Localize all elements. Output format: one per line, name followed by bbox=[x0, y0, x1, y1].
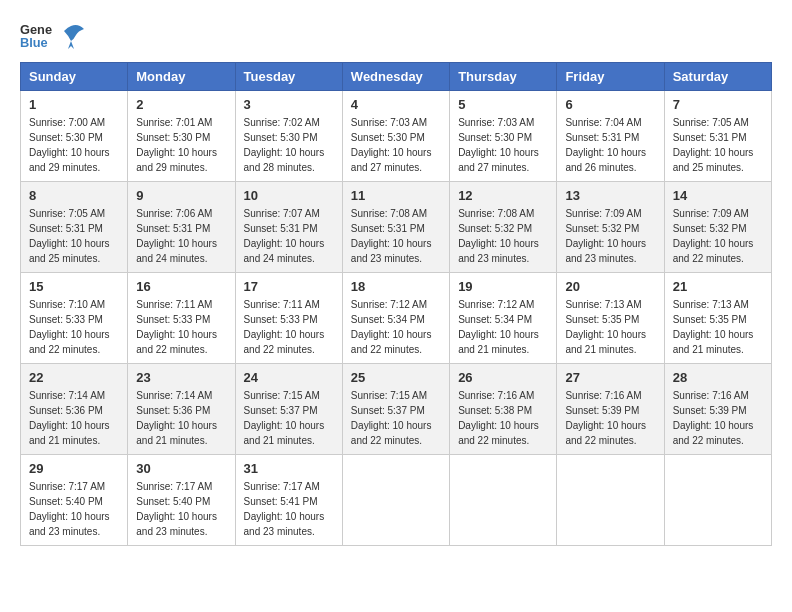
calendar-week-row: 15 Sunrise: 7:10 AM Sunset: 5:33 PM Dayl… bbox=[21, 273, 772, 364]
calendar-day-cell: 11 Sunrise: 7:08 AM Sunset: 5:31 PM Dayl… bbox=[342, 182, 449, 273]
logo-bird-icon bbox=[56, 21, 86, 51]
weekday-header-row: Sunday Monday Tuesday Wednesday Thursday… bbox=[21, 63, 772, 91]
page-header: General Blue bbox=[20, 20, 772, 52]
day-info: Sunrise: 7:00 AM Sunset: 5:30 PM Dayligh… bbox=[29, 115, 119, 175]
day-info: Sunrise: 7:08 AM Sunset: 5:31 PM Dayligh… bbox=[351, 206, 441, 266]
calendar-day-cell: 27 Sunrise: 7:16 AM Sunset: 5:39 PM Dayl… bbox=[557, 364, 664, 455]
day-info: Sunrise: 7:07 AM Sunset: 5:31 PM Dayligh… bbox=[244, 206, 334, 266]
day-number: 7 bbox=[673, 97, 763, 112]
logo-icon: General Blue bbox=[20, 20, 52, 52]
day-info: Sunrise: 7:08 AM Sunset: 5:32 PM Dayligh… bbox=[458, 206, 548, 266]
day-number: 22 bbox=[29, 370, 119, 385]
day-number: 17 bbox=[244, 279, 334, 294]
day-number: 19 bbox=[458, 279, 548, 294]
day-number: 12 bbox=[458, 188, 548, 203]
day-number: 25 bbox=[351, 370, 441, 385]
day-info: Sunrise: 7:15 AM Sunset: 5:37 PM Dayligh… bbox=[351, 388, 441, 448]
day-number: 4 bbox=[351, 97, 441, 112]
day-number: 21 bbox=[673, 279, 763, 294]
day-info: Sunrise: 7:06 AM Sunset: 5:31 PM Dayligh… bbox=[136, 206, 226, 266]
calendar-day-cell: 10 Sunrise: 7:07 AM Sunset: 5:31 PM Dayl… bbox=[235, 182, 342, 273]
day-info: Sunrise: 7:17 AM Sunset: 5:40 PM Dayligh… bbox=[136, 479, 226, 539]
day-info: Sunrise: 7:15 AM Sunset: 5:37 PM Dayligh… bbox=[244, 388, 334, 448]
calendar-day-cell: 17 Sunrise: 7:11 AM Sunset: 5:33 PM Dayl… bbox=[235, 273, 342, 364]
day-number: 30 bbox=[136, 461, 226, 476]
calendar-day-cell: 31 Sunrise: 7:17 AM Sunset: 5:41 PM Dayl… bbox=[235, 455, 342, 546]
calendar-day-cell: 16 Sunrise: 7:11 AM Sunset: 5:33 PM Dayl… bbox=[128, 273, 235, 364]
calendar-day-cell: 15 Sunrise: 7:10 AM Sunset: 5:33 PM Dayl… bbox=[21, 273, 128, 364]
day-number: 5 bbox=[458, 97, 548, 112]
calendar-day-cell: 23 Sunrise: 7:14 AM Sunset: 5:36 PM Dayl… bbox=[128, 364, 235, 455]
day-number: 9 bbox=[136, 188, 226, 203]
logo: General Blue bbox=[20, 20, 86, 52]
day-info: Sunrise: 7:17 AM Sunset: 5:41 PM Dayligh… bbox=[244, 479, 334, 539]
day-info: Sunrise: 7:13 AM Sunset: 5:35 PM Dayligh… bbox=[565, 297, 655, 357]
calendar-day-cell bbox=[557, 455, 664, 546]
day-number: 18 bbox=[351, 279, 441, 294]
day-number: 27 bbox=[565, 370, 655, 385]
calendar-day-cell: 1 Sunrise: 7:00 AM Sunset: 5:30 PM Dayli… bbox=[21, 91, 128, 182]
day-info: Sunrise: 7:11 AM Sunset: 5:33 PM Dayligh… bbox=[136, 297, 226, 357]
day-info: Sunrise: 7:05 AM Sunset: 5:31 PM Dayligh… bbox=[29, 206, 119, 266]
calendar-day-cell: 14 Sunrise: 7:09 AM Sunset: 5:32 PM Dayl… bbox=[664, 182, 771, 273]
day-info: Sunrise: 7:14 AM Sunset: 5:36 PM Dayligh… bbox=[136, 388, 226, 448]
day-info: Sunrise: 7:04 AM Sunset: 5:31 PM Dayligh… bbox=[565, 115, 655, 175]
calendar-day-cell: 30 Sunrise: 7:17 AM Sunset: 5:40 PM Dayl… bbox=[128, 455, 235, 546]
day-info: Sunrise: 7:09 AM Sunset: 5:32 PM Dayligh… bbox=[673, 206, 763, 266]
svg-text:Blue: Blue bbox=[20, 35, 48, 50]
day-info: Sunrise: 7:13 AM Sunset: 5:35 PM Dayligh… bbox=[673, 297, 763, 357]
day-number: 31 bbox=[244, 461, 334, 476]
day-number: 3 bbox=[244, 97, 334, 112]
calendar-day-cell: 9 Sunrise: 7:06 AM Sunset: 5:31 PM Dayli… bbox=[128, 182, 235, 273]
day-number: 11 bbox=[351, 188, 441, 203]
day-number: 16 bbox=[136, 279, 226, 294]
day-number: 8 bbox=[29, 188, 119, 203]
calendar-week-row: 1 Sunrise: 7:00 AM Sunset: 5:30 PM Dayli… bbox=[21, 91, 772, 182]
calendar-day-cell: 19 Sunrise: 7:12 AM Sunset: 5:34 PM Dayl… bbox=[450, 273, 557, 364]
calendar-day-cell: 29 Sunrise: 7:17 AM Sunset: 5:40 PM Dayl… bbox=[21, 455, 128, 546]
calendar-day-cell bbox=[450, 455, 557, 546]
day-info: Sunrise: 7:09 AM Sunset: 5:32 PM Dayligh… bbox=[565, 206, 655, 266]
day-info: Sunrise: 7:03 AM Sunset: 5:30 PM Dayligh… bbox=[351, 115, 441, 175]
day-info: Sunrise: 7:02 AM Sunset: 5:30 PM Dayligh… bbox=[244, 115, 334, 175]
day-number: 26 bbox=[458, 370, 548, 385]
day-number: 13 bbox=[565, 188, 655, 203]
calendar-table: Sunday Monday Tuesday Wednesday Thursday… bbox=[20, 62, 772, 546]
day-number: 23 bbox=[136, 370, 226, 385]
header-thursday: Thursday bbox=[450, 63, 557, 91]
calendar-day-cell: 5 Sunrise: 7:03 AM Sunset: 5:30 PM Dayli… bbox=[450, 91, 557, 182]
calendar-day-cell: 13 Sunrise: 7:09 AM Sunset: 5:32 PM Dayl… bbox=[557, 182, 664, 273]
calendar-day-cell: 18 Sunrise: 7:12 AM Sunset: 5:34 PM Dayl… bbox=[342, 273, 449, 364]
day-number: 29 bbox=[29, 461, 119, 476]
day-number: 15 bbox=[29, 279, 119, 294]
calendar-day-cell bbox=[342, 455, 449, 546]
day-info: Sunrise: 7:16 AM Sunset: 5:39 PM Dayligh… bbox=[565, 388, 655, 448]
calendar-day-cell: 8 Sunrise: 7:05 AM Sunset: 5:31 PM Dayli… bbox=[21, 182, 128, 273]
calendar-day-cell: 28 Sunrise: 7:16 AM Sunset: 5:39 PM Dayl… bbox=[664, 364, 771, 455]
day-info: Sunrise: 7:11 AM Sunset: 5:33 PM Dayligh… bbox=[244, 297, 334, 357]
calendar-day-cell: 25 Sunrise: 7:15 AM Sunset: 5:37 PM Dayl… bbox=[342, 364, 449, 455]
day-info: Sunrise: 7:05 AM Sunset: 5:31 PM Dayligh… bbox=[673, 115, 763, 175]
calendar-day-cell: 2 Sunrise: 7:01 AM Sunset: 5:30 PM Dayli… bbox=[128, 91, 235, 182]
calendar-week-row: 22 Sunrise: 7:14 AM Sunset: 5:36 PM Dayl… bbox=[21, 364, 772, 455]
day-info: Sunrise: 7:01 AM Sunset: 5:30 PM Dayligh… bbox=[136, 115, 226, 175]
day-number: 1 bbox=[29, 97, 119, 112]
header-friday: Friday bbox=[557, 63, 664, 91]
calendar-day-cell: 24 Sunrise: 7:15 AM Sunset: 5:37 PM Dayl… bbox=[235, 364, 342, 455]
calendar-day-cell: 6 Sunrise: 7:04 AM Sunset: 5:31 PM Dayli… bbox=[557, 91, 664, 182]
header-tuesday: Tuesday bbox=[235, 63, 342, 91]
calendar-day-cell: 7 Sunrise: 7:05 AM Sunset: 5:31 PM Dayli… bbox=[664, 91, 771, 182]
header-sunday: Sunday bbox=[21, 63, 128, 91]
day-number: 2 bbox=[136, 97, 226, 112]
calendar-week-row: 29 Sunrise: 7:17 AM Sunset: 5:40 PM Dayl… bbox=[21, 455, 772, 546]
day-info: Sunrise: 7:12 AM Sunset: 5:34 PM Dayligh… bbox=[351, 297, 441, 357]
day-info: Sunrise: 7:14 AM Sunset: 5:36 PM Dayligh… bbox=[29, 388, 119, 448]
day-number: 10 bbox=[244, 188, 334, 203]
day-number: 24 bbox=[244, 370, 334, 385]
day-info: Sunrise: 7:03 AM Sunset: 5:30 PM Dayligh… bbox=[458, 115, 548, 175]
day-info: Sunrise: 7:16 AM Sunset: 5:38 PM Dayligh… bbox=[458, 388, 548, 448]
day-info: Sunrise: 7:17 AM Sunset: 5:40 PM Dayligh… bbox=[29, 479, 119, 539]
calendar-day-cell: 3 Sunrise: 7:02 AM Sunset: 5:30 PM Dayli… bbox=[235, 91, 342, 182]
calendar-day-cell: 20 Sunrise: 7:13 AM Sunset: 5:35 PM Dayl… bbox=[557, 273, 664, 364]
day-info: Sunrise: 7:16 AM Sunset: 5:39 PM Dayligh… bbox=[673, 388, 763, 448]
